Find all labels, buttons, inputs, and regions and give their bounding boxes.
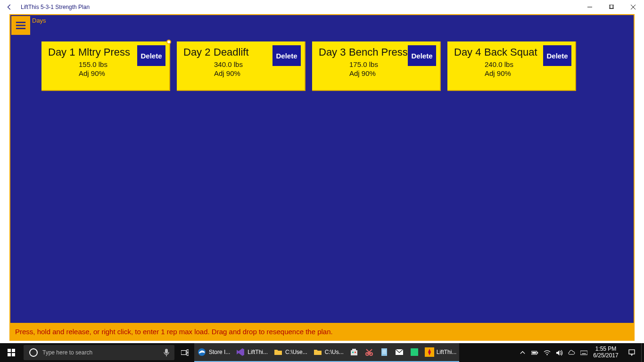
volume-icon[interactable] (555, 349, 563, 356)
svg-rect-10 (8, 353, 11, 356)
tray-overflow-button[interactable] (519, 349, 526, 356)
card-handle-icon[interactable] (166, 40, 171, 44)
day-card[interactable]: Day 4 Back Squat 240.0 lbs Adj 90% Delet… (447, 41, 576, 91)
day-card[interactable]: Day 2 Deadlift 340.0 lbs Adj 90% Delete (177, 41, 305, 91)
edge-icon (197, 347, 206, 357)
taskbar-item-label: LiftThi... (248, 349, 268, 355)
taskbar-item-label: C:\Use... (285, 349, 307, 355)
taskbar-item-store[interactable] (347, 343, 362, 362)
svg-rect-14 (181, 351, 186, 355)
minimize-button[interactable] (579, 0, 601, 14)
store-icon (349, 347, 359, 357)
app-icon (410, 347, 419, 357)
taskbar-item-explorer[interactable]: C:\Use... (271, 343, 310, 362)
task-view-icon (181, 349, 189, 356)
show-desktop-button[interactable] (641, 343, 644, 362)
liftthis-icon (425, 347, 434, 357)
close-icon (631, 5, 636, 9)
taskbar-item-label: C:\Us... (325, 349, 344, 355)
delete-button[interactable]: Delete (272, 45, 301, 66)
svg-rect-37 (532, 352, 536, 353)
svg-rect-42 (629, 350, 635, 354)
section-label: Days (32, 17, 46, 24)
mail-icon (395, 347, 404, 357)
svg-rect-9 (12, 349, 15, 352)
window-controls (579, 0, 644, 14)
svg-marker-18 (237, 348, 244, 356)
adj-value: Adj 90% (214, 69, 299, 77)
clock-time: 1:55 PM (593, 346, 619, 353)
taskbar: Type here to search Store I... LiftThi..… (0, 343, 644, 362)
svg-rect-27 (381, 348, 387, 356)
cortana-icon (29, 348, 38, 357)
taskbar-item-generic[interactable] (407, 343, 422, 362)
day-label: Day 2 (183, 46, 212, 58)
cards-area: Day 1 Mltry Press 155.0 lbs Adj 90% Dele… (10, 15, 634, 91)
svg-rect-36 (537, 352, 538, 353)
taskbar-item-mail[interactable] (392, 343, 407, 362)
svg-rect-16 (187, 353, 189, 355)
adj-value: Adj 90% (79, 69, 164, 77)
minimize-icon (587, 5, 592, 9)
day-card[interactable]: Day 3 Bench Press 175.0 lbs Adj 90% Dele… (312, 41, 441, 91)
mic-icon[interactable] (163, 348, 170, 357)
svg-rect-2 (610, 5, 614, 8)
task-view-button[interactable] (175, 343, 194, 362)
folder-icon (313, 347, 322, 357)
svg-rect-15 (187, 350, 189, 352)
title-bar: LiftThis 5-3-1 Strength Plan (0, 0, 644, 14)
action-center-button[interactable] (622, 343, 641, 362)
clock-date: 6/25/2017 (593, 353, 619, 359)
start-button[interactable] (0, 343, 23, 362)
battery-icon[interactable] (531, 349, 538, 356)
adj-value: Adj 90% (349, 69, 434, 77)
search-placeholder: Type here to search (42, 349, 92, 356)
search-box[interactable]: Type here to search (24, 345, 174, 360)
taskbar-item-edge[interactable]: Store I... (194, 343, 233, 362)
exercise-name: Deadlift (214, 46, 249, 58)
wifi-icon[interactable] (543, 349, 551, 356)
hint-text: Press, hold and release, or right click,… (15, 328, 333, 336)
delete-button[interactable]: Delete (137, 45, 165, 66)
taskbar-item-label: Store I... (209, 349, 230, 355)
exercise-name: Mltry Press (78, 46, 130, 58)
svg-marker-39 (556, 350, 559, 355)
adj-value: Adj 90% (485, 69, 570, 77)
day-card[interactable]: Day 1 Mltry Press 155.0 lbs Adj 90% Dele… (41, 41, 170, 91)
hamburger-button[interactable] (11, 16, 30, 35)
svg-rect-21 (352, 352, 354, 353)
taskbar-item-notepad[interactable] (377, 343, 392, 362)
onedrive-icon[interactable] (568, 349, 575, 356)
system-tray (519, 349, 589, 356)
day-label: Day 3 (319, 46, 347, 58)
day-label: Day 4 (454, 46, 482, 58)
svg-rect-22 (355, 352, 356, 353)
visualstudio-icon (236, 347, 245, 357)
taskbar-item-explorer[interactable]: C:\Us... (310, 343, 347, 362)
back-button[interactable] (0, 0, 19, 14)
taskbar-item-snip[interactable] (362, 343, 377, 362)
svg-rect-12 (165, 349, 168, 354)
folder-icon (273, 347, 283, 357)
keyboard-icon[interactable] (580, 349, 587, 356)
taskbar-clock[interactable]: 1:55 PM 6/25/2017 (589, 346, 622, 359)
taskbar-item-visualstudio[interactable]: LiftThi... (233, 343, 271, 362)
svg-rect-40 (580, 351, 587, 354)
app-frame: Days Day 1 Mltry Press 155.0 lbs Adj 90%… (9, 14, 635, 341)
back-arrow-icon (6, 4, 13, 10)
hint-bar: Press, hold and release, or right click,… (10, 323, 634, 340)
svg-rect-20 (352, 349, 356, 351)
svg-rect-8 (8, 349, 11, 352)
maximize-icon (609, 5, 614, 9)
maximize-button[interactable] (601, 0, 622, 14)
hamburger-icon (16, 21, 26, 30)
exercise-name: Back Squat (484, 46, 537, 58)
exercise-name: Bench Press (349, 46, 408, 58)
snip-icon (364, 347, 374, 357)
svg-rect-11 (12, 353, 15, 356)
delete-button[interactable]: Delete (543, 45, 571, 66)
close-button[interactable] (622, 0, 644, 14)
svg-rect-19 (351, 350, 357, 355)
taskbar-item-liftthis[interactable]: LiftThi... (422, 343, 460, 362)
delete-button[interactable]: Delete (408, 45, 436, 66)
